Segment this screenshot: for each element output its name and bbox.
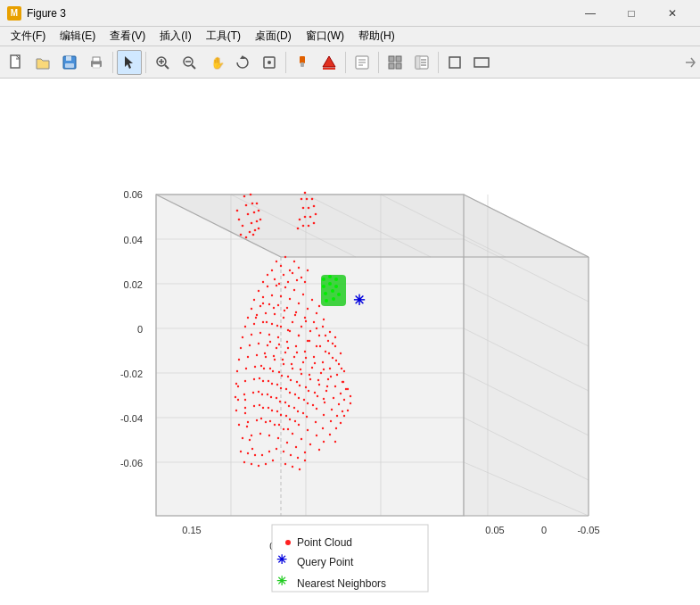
svg-point-121 (304, 216, 307, 219)
svg-point-295 (277, 437, 279, 439)
menu-tools[interactable]: 工具(T) (199, 27, 248, 46)
svg-point-259 (252, 392, 254, 394)
menu-file[interactable]: 文件(F) (4, 27, 53, 46)
svg-point-86 (289, 269, 291, 271)
svg-point-301 (254, 454, 256, 456)
svg-point-188 (242, 336, 243, 338)
svg-point-403 (337, 293, 341, 296)
svg-point-381 (285, 415, 287, 417)
print-button[interactable] (84, 50, 109, 75)
svg-point-306 (290, 454, 292, 456)
svg-point-367 (276, 384, 278, 385)
svg-point-169 (301, 326, 302, 327)
svg-point-377 (302, 412, 304, 414)
svg-point-91 (298, 267, 300, 269)
new-button[interactable] (4, 50, 29, 75)
svg-point-264 (297, 410, 299, 412)
menu-help[interactable]: 帮助(H) (351, 27, 402, 46)
svg-text:0.06: 0.06 (124, 189, 143, 200)
title-bar: M Figure 3 — □ ✕ (0, 0, 700, 27)
menu-window[interactable]: 窗口(W) (299, 27, 351, 46)
svg-point-312 (265, 463, 267, 465)
menu-desktop[interactable]: 桌面(D) (248, 27, 299, 46)
svg-point-383 (260, 418, 262, 419)
svg-point-262 (279, 401, 281, 402)
svg-point-362 (305, 386, 307, 388)
svg-point-397 (334, 278, 338, 281)
svg-point-172 (327, 340, 329, 342)
svg-point-151 (323, 319, 325, 320)
toolbar: ✋ (0, 46, 700, 79)
svg-point-123 (301, 198, 303, 201)
svg-point-351 (282, 359, 284, 361)
menu-insert[interactable]: 插入(I) (152, 27, 198, 46)
figure-palette-button[interactable] (383, 50, 408, 75)
svg-point-386 (287, 428, 289, 430)
svg-point-157 (295, 311, 297, 313)
maximize-button[interactable]: □ (611, 0, 652, 27)
svg-point-345 (305, 357, 307, 359)
widescreen-button[interactable] (469, 50, 494, 75)
svg-point-154 (268, 303, 270, 305)
svg-rect-2 (66, 56, 71, 61)
datacursor-button[interactable] (257, 50, 282, 75)
brush-button[interactable] (290, 50, 315, 75)
svg-point-370 (303, 399, 305, 401)
zoom-in-button[interactable] (150, 50, 175, 75)
svg-point-310 (251, 463, 252, 465)
svg-point-204 (258, 343, 259, 344)
menu-view[interactable]: 查看(V) (103, 27, 152, 46)
select-tool[interactable] (117, 50, 142, 75)
save-button[interactable] (57, 50, 82, 75)
menu-edit[interactable]: 编辑(E) (53, 27, 103, 46)
svg-point-239 (317, 395, 318, 397)
open-button[interactable] (30, 50, 55, 75)
svg-rect-20 (301, 62, 304, 67)
svg-point-346 (314, 362, 316, 364)
pan-button[interactable]: ✋ (203, 50, 228, 75)
svg-point-150 (316, 312, 317, 314)
svg-point-316 (299, 468, 301, 470)
rotate-button[interactable] (230, 50, 255, 75)
svg-point-105 (254, 229, 257, 232)
svg-point-355 (317, 379, 319, 381)
print-preview-button[interactable] (350, 50, 375, 75)
square-button[interactable] (442, 50, 467, 75)
svg-point-354 (309, 374, 310, 376)
svg-point-257 (235, 396, 236, 398)
svg-point-361 (296, 381, 298, 383)
svg-point-227 (333, 397, 334, 399)
svg-point-243 (340, 422, 342, 424)
svg-point-215 (343, 399, 345, 401)
svg-point-167 (283, 317, 284, 319)
svg-point-401 (324, 292, 327, 295)
svg-point-297 (295, 446, 297, 448)
svg-point-129 (313, 222, 316, 225)
svg-point-324 (273, 307, 275, 309)
svg-point-308 (304, 460, 306, 461)
svg-point-340 (341, 368, 342, 369)
svg-point-335 (298, 335, 300, 336)
svg-point-360 (287, 376, 289, 377)
minimize-button[interactable]: — (570, 0, 611, 27)
svg-point-393 (237, 399, 239, 401)
plot-browser-button[interactable] (409, 50, 434, 75)
svg-point-244 (235, 383, 237, 385)
svg-point-173 (334, 345, 336, 347)
close-button[interactable]: ✕ (652, 0, 693, 27)
svg-point-197 (322, 361, 324, 363)
svg-point-147 (289, 298, 291, 300)
svg-point-141 (311, 299, 313, 301)
svg-point-266 (315, 421, 317, 423)
svg-point-126 (308, 207, 310, 210)
zoom-out-button[interactable] (177, 50, 202, 75)
svg-text:Point Cloud: Point Cloud (297, 536, 352, 549)
svg-point-113 (256, 203, 259, 205)
svg-point-124 (308, 225, 310, 228)
svg-point-98 (287, 281, 289, 283)
svg-point-208 (293, 356, 295, 358)
svg-point-191 (268, 334, 270, 336)
svg-point-402 (331, 289, 334, 293)
color-button[interactable] (317, 50, 342, 75)
plot-area[interactable]: 0.06 0.04 0.02 0 -0.02 -0.04 -0.06 0.15 … (0, 79, 700, 605)
